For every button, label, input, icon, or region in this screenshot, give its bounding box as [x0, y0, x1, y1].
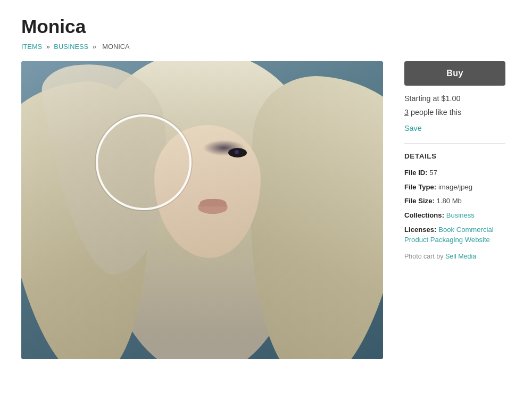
license-product-link[interactable]: Product Packaging	[404, 236, 463, 244]
breadcrumb-items-link[interactable]: ITEMS	[21, 43, 42, 51]
lips	[198, 202, 228, 214]
portrait-background	[21, 61, 383, 359]
licenses-label: Licenses:	[404, 226, 436, 234]
sidebar: Buy Starting at $1.00 3 people like this…	[404, 61, 505, 260]
license-commercial-link[interactable]: Commercial	[456, 226, 494, 234]
likes-count[interactable]: 3	[404, 108, 409, 117]
license-website-link[interactable]: Website	[465, 236, 490, 244]
breadcrumb-separator-2: »	[93, 43, 96, 51]
file-size-label: File Size:	[404, 197, 435, 205]
file-id-row: File ID: 57	[404, 168, 505, 178]
likes-suffix: people like this	[411, 108, 461, 117]
likes-text: 3 people like this	[404, 108, 505, 117]
page-title: Monica	[21, 16, 511, 37]
divider-1	[404, 143, 505, 144]
breadcrumb: ITEMS » BUSINESS » MONICA	[21, 43, 511, 51]
file-size-value: 1.80 Mb	[436, 197, 461, 205]
file-id-label: File ID:	[404, 169, 428, 177]
photo-cart-prefix: Photo cart by	[404, 253, 443, 260]
breadcrumb-separator-1: »	[46, 43, 50, 51]
main-image	[21, 61, 383, 359]
file-type-row: File Type: image/jpeg	[404, 182, 505, 193]
save-link[interactable]: Save	[404, 124, 505, 132]
eye	[228, 148, 247, 157]
photo-cart-text: Photo cart by Sell Media	[404, 253, 505, 260]
sell-media-link[interactable]: Sell Media	[445, 253, 476, 260]
collections-label: Collections:	[404, 211, 444, 219]
file-size-row: File Size: 1.80 Mb	[404, 196, 505, 206]
file-id-value: 57	[429, 169, 437, 177]
file-type-value: image/jpeg	[438, 183, 472, 191]
starting-price: Starting at $1.00	[404, 94, 505, 103]
license-book-link[interactable]: Book	[438, 226, 454, 234]
licenses-row: Licenses: Book Commercial Product Packag…	[404, 225, 505, 245]
collections-link[interactable]: Business	[446, 211, 475, 219]
eye-area	[188, 144, 252, 162]
details-title: DETAILS	[404, 152, 505, 160]
content-area: Buy Starting at $1.00 3 people like this…	[21, 61, 511, 359]
zoom-circle	[96, 114, 192, 210]
breadcrumb-business-link[interactable]: BUSINESS	[54, 43, 88, 51]
buy-button[interactable]: Buy	[404, 61, 505, 86]
file-type-label: File Type:	[404, 183, 436, 191]
breadcrumb-current: MONICA	[102, 43, 129, 51]
collections-row: Collections: Business	[404, 210, 505, 221]
